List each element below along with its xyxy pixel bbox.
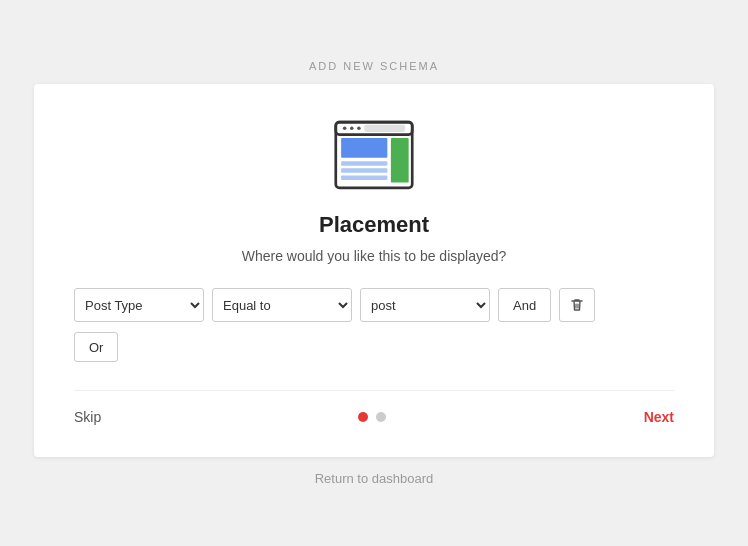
svg-point-3: [350, 127, 354, 131]
svg-rect-8: [341, 168, 387, 172]
equal-to-select[interactable]: Equal to Not equal to Contains: [212, 288, 352, 322]
card-footer: Skip Next: [74, 390, 674, 425]
pagination-dot-1: [358, 412, 368, 422]
placement-title: Placement: [319, 212, 429, 238]
svg-rect-7: [341, 161, 387, 165]
svg-rect-9: [341, 175, 387, 179]
trash-icon: [569, 297, 585, 313]
delete-button[interactable]: [559, 288, 595, 322]
svg-rect-6: [341, 138, 387, 158]
svg-point-2: [343, 127, 347, 131]
or-button[interactable]: Or: [74, 332, 118, 362]
card: Placement Where would you like this to b…: [34, 84, 714, 457]
pagination-dot-2: [376, 412, 386, 422]
page-title: ADD NEW SCHEMA: [309, 60, 439, 72]
post-value-select[interactable]: post page attachment: [360, 288, 490, 322]
skip-button[interactable]: Skip: [74, 409, 101, 425]
page-wrapper: ADD NEW SCHEMA: [0, 0, 748, 546]
post-type-select[interactable]: Post Type Page Type Category: [74, 288, 204, 322]
svg-point-4: [357, 127, 361, 131]
return-to-dashboard-link[interactable]: Return to dashboard: [315, 471, 434, 486]
next-button[interactable]: Next: [644, 409, 674, 425]
svg-rect-10: [391, 138, 409, 182]
svg-rect-5: [364, 125, 405, 132]
and-button[interactable]: And: [498, 288, 551, 322]
placement-subtitle: Where would you like this to be displaye…: [242, 248, 507, 264]
pagination-dots: [358, 412, 386, 422]
condition-row: Post Type Page Type Category Equal to No…: [74, 288, 674, 322]
or-row: Or: [74, 332, 674, 362]
placement-icon: [334, 120, 414, 194]
